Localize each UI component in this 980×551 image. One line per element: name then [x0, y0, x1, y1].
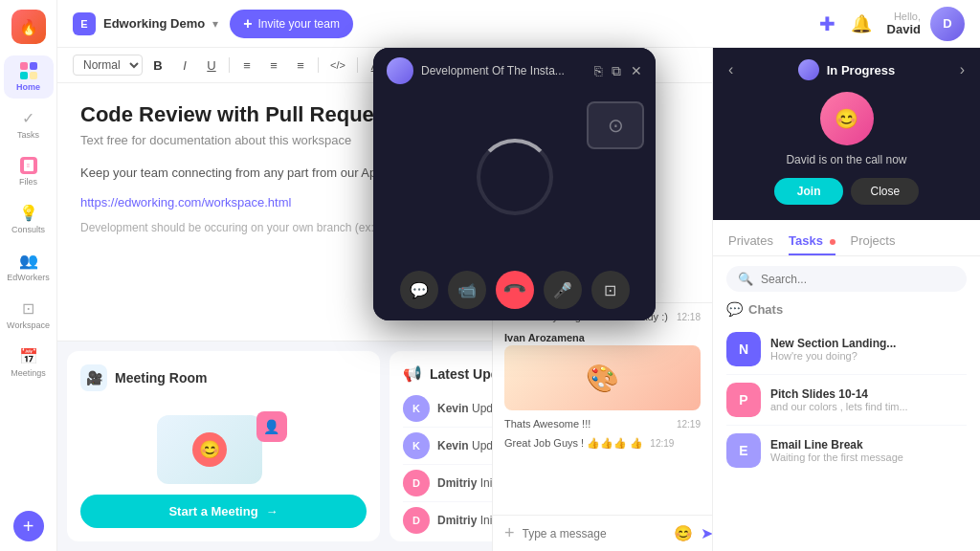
- sidebar-item-consults[interactable]: 💡 Consults: [4, 197, 54, 241]
- video-pip-icon[interactable]: ⧉: [612, 63, 621, 79]
- chat-item-2[interactable]: P Pitch Slides 10-14 and our colors , le…: [726, 375, 967, 426]
- user-greeting: Hello, David: [887, 11, 921, 36]
- in-progress-title-row: In Progress: [798, 59, 896, 80]
- right-tabs: Privates Tasks Projects: [713, 220, 980, 256]
- sidebar-item-home[interactable]: Home: [4, 55, 54, 99]
- prev-icon[interactable]: ‹: [728, 61, 733, 78]
- workspace-selector[interactable]: E Edworking Demo ▾: [73, 12, 218, 35]
- send-icon[interactable]: ➤: [701, 524, 712, 542]
- msg1-time: 12:19: [677, 419, 701, 430]
- greeting-time: 12:18: [677, 312, 701, 322]
- chat-input-area: + 😊 ➤: [493, 515, 712, 551]
- chats-bubble-icon: 💬: [726, 301, 743, 317]
- start-meeting-button[interactable]: Start a Meeting →: [80, 495, 367, 528]
- video-chat-button[interactable]: 💬: [400, 271, 438, 309]
- start-meeting-label: Start a Meeting: [168, 504, 257, 518]
- dropdown-icon: ▾: [212, 17, 218, 31]
- close-call-button[interactable]: Close: [851, 178, 919, 205]
- toolbar-divider-3: [357, 57, 358, 73]
- add-icon[interactable]: ✚: [819, 12, 835, 35]
- video-loading-ring: [477, 139, 553, 215]
- video-end-call-button[interactable]: 📞: [487, 263, 542, 318]
- bold-button[interactable]: B: [146, 54, 169, 77]
- chat-info-3: Email Line Break Waiting for the first m…: [770, 438, 967, 463]
- video-title: Development Of The Insta...: [421, 64, 565, 77]
- notification-bell-icon[interactable]: 🔔: [851, 13, 872, 34]
- in-progress-header: ‹ In Progress ›: [728, 59, 965, 80]
- emoji-icon[interactable]: 😊: [674, 524, 693, 542]
- underline-button[interactable]: U: [200, 54, 223, 77]
- video-body: ⊙: [373, 94, 656, 259]
- sidebar-item-files[interactable]: ≡ Files: [4, 150, 54, 193]
- logo-flame-icon: 🔥: [19, 18, 38, 36]
- ordered-list-button[interactable]: ≡: [235, 54, 258, 77]
- chat-input[interactable]: [523, 527, 666, 540]
- sidebar-item-label-meetings: Meetings: [11, 368, 46, 378]
- sidebar-item-tasks[interactable]: ✓ Tasks: [4, 102, 54, 146]
- call-status: David is on the call now: [728, 153, 965, 166]
- plus-icon: +: [23, 516, 34, 538]
- call-avatar-large: 😊: [820, 92, 874, 145]
- update-avatar-2: K: [403, 432, 430, 459]
- right-panel: ‹ In Progress › 😊 David is on the call n…: [712, 48, 980, 551]
- in-progress-avatar-small: [798, 59, 819, 80]
- chat-name-1: New Section Landing...: [770, 337, 967, 350]
- user-avatar[interactable]: D: [930, 7, 965, 41]
- chat-avatar-3: E: [726, 433, 761, 468]
- tab-projects[interactable]: Projects: [851, 228, 896, 255]
- video-screen-button[interactable]: ⊡: [591, 271, 630, 309]
- next-icon[interactable]: ›: [960, 61, 965, 78]
- tab-privates[interactable]: Privates: [728, 228, 773, 255]
- video-mic-button[interactable]: 🎤: [544, 271, 582, 309]
- video-call-overlay: Development Of The Insta... ⎘ ⧉ ✕ ⊙ 💬 📹 …: [373, 48, 656, 320]
- unordered-list-button[interactable]: ≡: [262, 54, 285, 77]
- in-progress-card: ‹ In Progress › 😊 David is on the call n…: [713, 48, 980, 220]
- meetings-icon: 📅: [19, 347, 38, 365]
- sidebar-logo: 🔥: [11, 10, 46, 44]
- sidebar-item-workspace[interactable]: ⊡ Workspace: [4, 293, 54, 337]
- video-close-icon[interactable]: ✕: [631, 63, 642, 79]
- start-meeting-arrow: →: [266, 504, 278, 518]
- consults-icon: 💡: [19, 204, 38, 222]
- invite-plus-icon: +: [243, 15, 252, 33]
- sidebar-item-edworkers[interactable]: 👥 EdWorkers: [4, 245, 54, 289]
- sidebar-item-label-files: Files: [19, 177, 37, 187]
- sidebar-add-button[interactable]: +: [13, 511, 44, 541]
- topbar-actions: ✚ 🔔: [819, 12, 872, 35]
- search-input[interactable]: [761, 273, 955, 286]
- chats-label: Chats: [748, 302, 783, 317]
- chat-msg2: Great Job Guys ! 👍👍👍 👍 12:19: [493, 433, 712, 453]
- video-camera-button[interactable]: 📹: [448, 271, 486, 309]
- chat-info-2: Pitch Slides 10-14 and our colors , lets…: [770, 387, 967, 412]
- chat-preview-2: and our colors , lets find tim...: [770, 401, 967, 412]
- meeting-room-panel: 🎥 Meeting Room 😊 👤 Start a Meeting →: [67, 351, 380, 541]
- join-call-button[interactable]: Join: [774, 178, 844, 205]
- invite-team-button[interactable]: + Invite your team: [230, 10, 353, 38]
- video-pip-window: ⊙: [587, 101, 644, 149]
- chat-image: 🎨: [504, 345, 701, 410]
- sidebar-item-meetings[interactable]: 📅 Meetings: [4, 341, 54, 385]
- sidebar-item-label-consults: Consults: [11, 225, 45, 234]
- sidebar-item-label-workspace: Workspace: [7, 320, 50, 330]
- chat-item-3[interactable]: E Email Line Break Waiting for the first…: [726, 426, 967, 475]
- video-copy-icon[interactable]: ⎘: [594, 63, 602, 79]
- meeting-illustration: 😊 👤: [80, 397, 367, 495]
- search-input-wrap: 🔍: [726, 266, 967, 292]
- chats-section: 💬 Chats N New Section Landing... How're …: [713, 301, 980, 551]
- update-avatar-4: D: [403, 507, 430, 534]
- chat-avatar-2: P: [726, 383, 761, 417]
- tab-tasks[interactable]: Tasks: [789, 228, 835, 255]
- code-block-button[interactable]: </>: [324, 54, 351, 77]
- italic-button[interactable]: I: [173, 54, 196, 77]
- video-controls: 💬 📹 📞 🎤 ⊡: [373, 259, 656, 320]
- chat-plus-icon[interactable]: +: [504, 523, 515, 543]
- sidebar: 🔥 Home ✓ Tasks ≡ Files 💡 Consults 👥 EdWo…: [0, 0, 57, 551]
- style-select[interactable]: Normal: [73, 55, 143, 76]
- chat-item-1[interactable]: N New Section Landing... How're you doin…: [726, 324, 967, 375]
- updates-icon: 📢: [403, 364, 422, 383]
- search-icon: 🔍: [738, 272, 753, 286]
- chat-avatar-1: N: [726, 332, 761, 366]
- indent-button[interactable]: ≡: [289, 54, 312, 77]
- chat-name-3: Email Line Break: [770, 438, 967, 452]
- video-header-icons: ⎘ ⧉ ✕: [594, 63, 642, 79]
